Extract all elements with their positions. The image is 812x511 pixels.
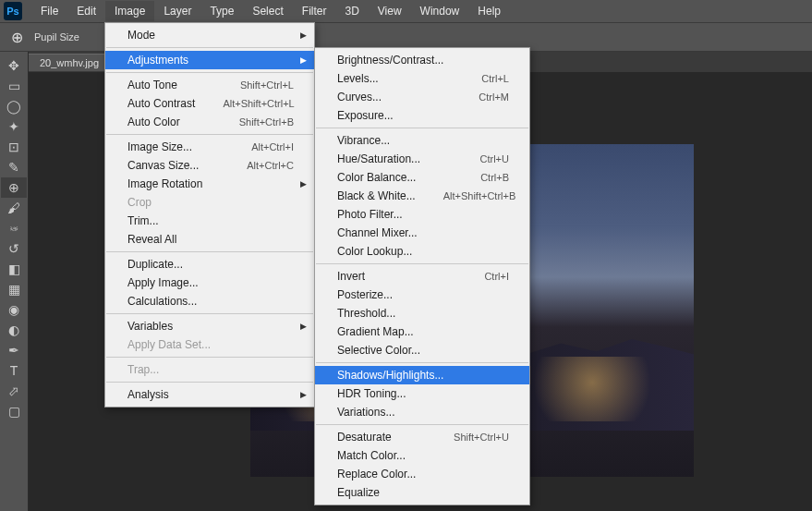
menu-exposure[interactable]: Exposure... [315, 106, 529, 125]
history-brush-icon[interactable]: ↺ [1, 238, 27, 259]
menu-3d[interactable]: 3D [335, 1, 368, 21]
menu-posterize[interactable]: Posterize... [315, 286, 529, 304]
menu-levels[interactable]: Levels...Ctrl+L [315, 69, 529, 88]
menu-crop: Crop [105, 193, 314, 212]
menu-help[interactable]: Help [468, 1, 510, 21]
menu-shadows-highlights[interactable]: Shadows/Highlights... [315, 366, 529, 384]
menu-image[interactable]: Image [105, 1, 154, 21]
menu-replace-color[interactable]: Replace Color... [315, 465, 529, 483]
menu-filter[interactable]: Filter [293, 1, 336, 21]
crop-tool-icon[interactable]: ⊡ [1, 137, 27, 157]
menu-apply-image[interactable]: Apply Image... [105, 274, 314, 292]
eyedropper-tool-icon[interactable]: ✎ [1, 157, 27, 177]
menu-calculations[interactable]: Calculations... [105, 292, 314, 310]
chevron-right-icon: ▶ [300, 55, 307, 65]
menu-image-size[interactable]: Image Size...Alt+Ctrl+I [105, 138, 314, 156]
wand-tool-icon[interactable]: ✦ [1, 116, 27, 137]
menu-color-lookup[interactable]: Color Lookup... [315, 242, 529, 261]
menu-threshold[interactable]: Threshold... [315, 304, 529, 322]
menu-adjustments[interactable]: Adjustments▶ [105, 51, 314, 69]
menu-canvas-size[interactable]: Canvas Size...Alt+Ctrl+C [105, 156, 314, 175]
menu-edit[interactable]: Edit [67, 1, 105, 21]
menu-type[interactable]: Type [200, 1, 243, 21]
menu-image-rotation[interactable]: Image Rotation▶ [105, 175, 314, 193]
menubar: Ps File Edit Image Layer Type Select Fil… [0, 0, 812, 22]
menu-duplicate[interactable]: Duplicate... [105, 255, 314, 274]
menu-match-color[interactable]: Match Color... [315, 446, 529, 465]
menu-select[interactable]: Select [243, 1, 292, 21]
menu-selective-color[interactable]: Selective Color... [315, 341, 529, 359]
menu-analysis[interactable]: Analysis▶ [105, 385, 314, 404]
path-tool-icon[interactable]: ⬀ [1, 381, 27, 401]
menu-desaturate[interactable]: DesaturateShift+Ctrl+U [315, 428, 529, 446]
gradient-tool-icon[interactable]: ▦ [1, 279, 27, 299]
move-tool-icon[interactable]: ✥ [1, 55, 27, 76]
menu-hue-saturation[interactable]: Hue/Saturation...Ctrl+U [315, 150, 529, 168]
menu-view[interactable]: View [369, 1, 411, 21]
type-tool-icon[interactable]: T [1, 360, 27, 381]
chevron-right-icon: ▶ [300, 179, 307, 189]
menu-reveal-all[interactable]: Reveal All [105, 230, 314, 249]
pupil-size-label: Pupil Size [34, 31, 79, 43]
menu-color-balance[interactable]: Color Balance...Ctrl+B [315, 168, 529, 187]
shape-tool-icon[interactable]: ▢ [1, 401, 27, 421]
menu-mode[interactable]: Mode▶ [105, 26, 314, 44]
menu-hdr-toning[interactable]: HDR Toning... [315, 384, 529, 403]
menu-black-white[interactable]: Black & White...Alt+Shift+Ctrl+B [315, 187, 529, 205]
redeye-tool-icon: ⊕ [11, 29, 23, 46]
chevron-right-icon: ▶ [300, 322, 307, 331]
lasso-tool-icon[interactable]: ◯ [1, 96, 27, 116]
adjustments-dropdown: Brightness/Contrast... Levels...Ctrl+L C… [314, 47, 530, 505]
chevron-right-icon: ▶ [300, 390, 307, 399]
marquee-tool-icon[interactable]: ▭ [1, 76, 27, 96]
menu-gradient-map[interactable]: Gradient Map... [315, 322, 529, 341]
brush-tool-icon[interactable]: 🖌 [1, 198, 27, 218]
stamp-tool-icon[interactable]: ⎃ [1, 218, 27, 238]
menu-channel-mixer[interactable]: Channel Mixer... [315, 224, 529, 242]
pen-tool-icon[interactable]: ✒ [1, 340, 27, 360]
menu-photo-filter[interactable]: Photo Filter... [315, 205, 529, 224]
menu-equalize[interactable]: Equalize [315, 483, 529, 502]
menu-vibrance[interactable]: Vibrance... [315, 131, 529, 150]
menu-auto-contrast[interactable]: Auto ContrastAlt+Shift+Ctrl+L [105, 94, 314, 113]
chevron-right-icon: ▶ [300, 30, 307, 40]
menu-curves[interactable]: Curves...Ctrl+M [315, 88, 529, 106]
menu-variables[interactable]: Variables▶ [105, 317, 314, 335]
eraser-tool-icon[interactable]: ◧ [1, 259, 27, 279]
menu-auto-tone[interactable]: Auto ToneShift+Ctrl+L [105, 76, 314, 94]
menu-file[interactable]: File [31, 1, 67, 21]
dodge-tool-icon[interactable]: ◐ [1, 320, 27, 340]
menu-trap: Trap... [105, 360, 314, 379]
menu-apply-data-set: Apply Data Set... [105, 335, 314, 354]
menu-layer[interactable]: Layer [154, 1, 200, 21]
menu-window[interactable]: Window [411, 1, 469, 21]
blur-tool-icon[interactable]: ◉ [1, 299, 27, 320]
menu-trim[interactable]: Trim... [105, 212, 314, 230]
tools-panel: ✥ ▭ ◯ ✦ ⊡ ✎ ⊕ 🖌 ⎃ ↺ ◧ ▦ ◉ ◐ ✒ T ⬀ ▢ [0, 52, 29, 511]
menu-auto-color[interactable]: Auto ColorShift+Ctrl+B [105, 113, 314, 131]
ps-logo: Ps [4, 2, 22, 20]
redeye-tool-icon[interactable]: ⊕ [1, 177, 27, 198]
menu-invert[interactable]: InvertCtrl+I [315, 267, 529, 286]
image-dropdown: Mode▶ Adjustments▶ Auto ToneShift+Ctrl+L… [104, 22, 315, 408]
menu-variations[interactable]: Variations... [315, 403, 529, 421]
menu-brightness-contrast[interactable]: Brightness/Contrast... [315, 51, 529, 69]
document-tab-name: 20_wmhv.jpg [40, 57, 99, 68]
